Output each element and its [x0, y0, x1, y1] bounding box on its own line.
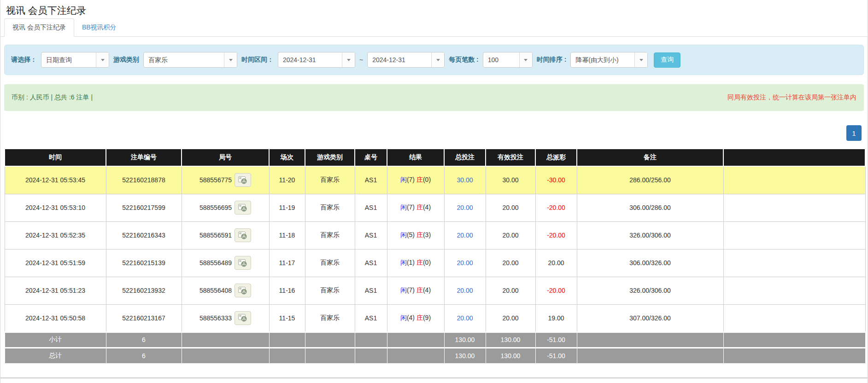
game-category-label: 游戏类别	[113, 56, 139, 64]
player-score: (7)	[407, 176, 415, 183]
total-bet-link[interactable]: 20.00	[457, 232, 473, 239]
total-bet-link[interactable]: 20.00	[457, 259, 473, 267]
banker-result-label: 庄	[416, 231, 423, 238]
remark-cell: 326.00/306.00	[577, 221, 723, 249]
game-category-dropdown-button[interactable]	[224, 52, 237, 67]
sort-order-label: 时间排序 :	[537, 56, 567, 64]
search-button[interactable]: 查询	[654, 52, 680, 68]
empty-cell	[723, 249, 865, 277]
player-score: (1)	[407, 259, 415, 266]
subtotal-label: 小计	[5, 332, 106, 348]
sort-order-select[interactable]: 降幂(由大到小)	[570, 52, 648, 68]
player-result-label: 闲	[400, 231, 407, 238]
subtotal-empty	[182, 332, 269, 348]
total-empty	[577, 348, 723, 363]
total-bet-link[interactable]: 20.00	[457, 287, 473, 294]
header-game: 游戏类别	[305, 149, 355, 166]
video-replay-button[interactable]	[235, 228, 251, 242]
sort-order-dropdown-button[interactable]	[634, 52, 647, 67]
film-icon	[238, 204, 247, 212]
bet-no-cell: 522160213932	[106, 277, 182, 304]
query-type-select[interactable]: 日期查询	[41, 52, 109, 68]
table-header-row: 时间 注单编号 局号 场次 游戏类别 桌号 结果 总投注 有效投注 总派彩 备注	[5, 149, 865, 166]
round-no: 588556695	[199, 204, 232, 211]
player-result-label: 闲	[400, 286, 407, 294]
table-no-cell: AS1	[355, 249, 387, 277]
total-empty	[182, 348, 269, 363]
payout-cell: -20.00	[535, 277, 577, 304]
empty-cell	[723, 277, 865, 304]
result-cell: 闲(1) 庄(0)	[387, 249, 444, 277]
subtotal-empty	[723, 332, 865, 348]
table-row: 2024-12-31 05:50:58 522160213167 5885563…	[5, 304, 865, 332]
session-cell: 11-19	[269, 194, 305, 221]
round-no: 588556591	[199, 232, 232, 239]
game-category-value[interactable]: 百家乐	[144, 52, 224, 67]
banker-result-label: 庄	[416, 176, 423, 183]
banker-score: (3)	[423, 231, 431, 238]
chevron-down-icon	[347, 59, 351, 61]
per-page-select[interactable]: 100	[483, 52, 533, 68]
query-type-value[interactable]: 日期查询	[41, 52, 96, 67]
subtotal-payout: -51.00	[535, 332, 577, 348]
game-category-select[interactable]: 百家乐	[143, 52, 237, 68]
total-count: 6	[106, 348, 182, 363]
banker-score: (4)	[423, 203, 431, 211]
header-time: 时间	[5, 149, 106, 166]
chevron-down-icon	[229, 59, 233, 61]
summary-bar: 币别 : 人民币 | 总共 :6 注单 | 同局有效投注，统一计算在该局第一张注…	[4, 84, 864, 111]
remark-cell: 306.00/286.00	[577, 194, 723, 221]
result-cell: 闲(7) 庄(4)	[387, 277, 444, 304]
result-cell: 闲(7) 庄(0)	[387, 166, 444, 194]
empty-cell	[723, 166, 865, 194]
video-replay-button[interactable]	[235, 201, 251, 215]
table-no-cell: AS1	[355, 221, 387, 249]
per-page-dropdown-button[interactable]	[519, 52, 532, 67]
video-replay-button[interactable]	[235, 311, 251, 325]
sort-order-value[interactable]: 降幂(由大到小)	[571, 52, 634, 67]
date-from-select[interactable]: 2024-12-31	[278, 52, 355, 68]
table-no-cell: AS1	[355, 304, 387, 332]
remark-cell: 286.00/256.00	[577, 166, 723, 194]
banker-score: (0)	[423, 259, 431, 266]
video-replay-button[interactable]	[235, 284, 251, 297]
total-bet-link[interactable]: 30.00	[457, 176, 473, 184]
round-no: 588556333	[199, 314, 232, 322]
date-to-value[interactable]: 2024-12-31	[368, 52, 431, 67]
tab-bb-video-points[interactable]: BB视讯积分	[74, 19, 124, 36]
film-icon	[238, 287, 247, 295]
bottom-divider	[0, 377, 868, 378]
time-cell: 2024-12-31 05:53:45	[5, 166, 106, 194]
time-cell: 2024-12-31 05:51:23	[5, 277, 106, 304]
total-bet-link[interactable]: 20.00	[457, 204, 473, 211]
tab-betting-records[interactable]: 视讯 会员下注纪录	[4, 18, 74, 37]
video-replay-button[interactable]	[235, 173, 251, 187]
film-icon	[238, 314, 247, 322]
film-icon	[238, 176, 247, 184]
total-bet-link[interactable]: 20.00	[457, 314, 473, 322]
date-from-value[interactable]: 2024-12-31	[278, 52, 342, 67]
round-no-cell: 588556775	[182, 166, 269, 194]
subtotal-empty	[305, 332, 355, 348]
session-cell: 11-16	[269, 277, 305, 304]
round-no-cell: 588556591	[182, 221, 269, 249]
remark-cell: 326.00/306.00	[577, 277, 723, 304]
subtotal-empty	[387, 332, 444, 348]
round-no: 588556775	[199, 176, 232, 184]
query-type-dropdown-button[interactable]	[96, 52, 109, 67]
video-replay-button[interactable]	[235, 256, 251, 270]
date-from-dropdown-button[interactable]	[342, 52, 355, 67]
bet-no-cell: 522160217599	[106, 194, 182, 221]
game-cell: 百家乐	[305, 221, 355, 249]
currency-total-text: 币别 : 人民币 | 总共 :6 注单 |	[12, 93, 93, 102]
date-to-dropdown-button[interactable]	[431, 52, 444, 67]
date-to-select[interactable]: 2024-12-31	[367, 52, 445, 68]
result-cell: 闲(5) 庄(3)	[387, 221, 444, 249]
session-cell: 11-15	[269, 304, 305, 332]
total-empty	[269, 348, 305, 363]
subtotal-total-bet: 130.00	[444, 332, 486, 348]
header-total-bet: 总投注	[444, 149, 486, 166]
page-1-button[interactable]: 1	[846, 125, 862, 141]
per-page-value[interactable]: 100	[483, 52, 519, 67]
subtotal-empty	[269, 332, 305, 348]
